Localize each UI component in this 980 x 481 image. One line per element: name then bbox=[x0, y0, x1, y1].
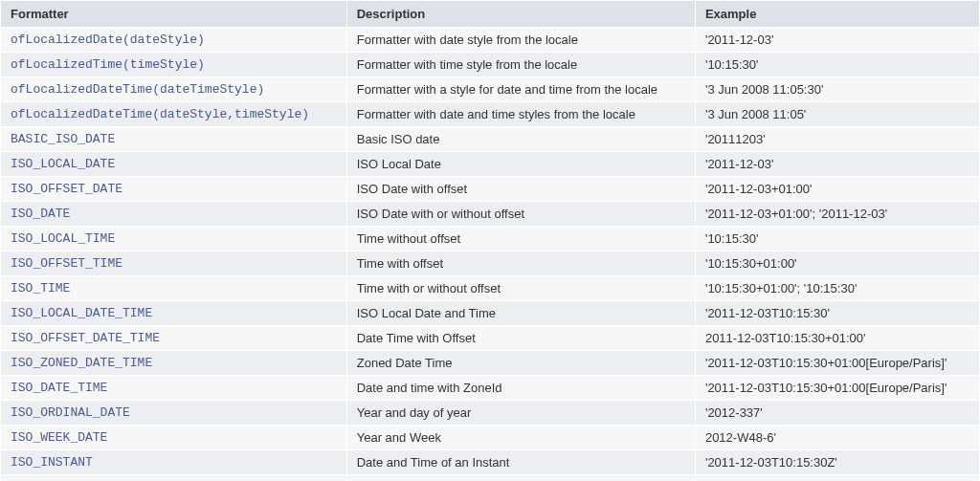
table-row: ISO_WEEK_DATEYear and Week2012-W48-6' bbox=[1, 426, 980, 450]
cell-formatter: ISO_WEEK_DATE bbox=[1, 426, 347, 450]
cell-example: 2012-W48-6' bbox=[695, 426, 979, 450]
cell-example: '2011-12-03+01:00'; '2011-12-03' bbox=[695, 202, 979, 227]
table-row: BASIC_ISO_DATEBasic ISO date'20111203' bbox=[1, 127, 980, 152]
cell-formatter: RFC_1123_DATE_TIME bbox=[1, 475, 347, 482]
cell-description: Formatter with a style for date and time… bbox=[346, 77, 695, 102]
table-header-row: Formatter Description Example bbox=[1, 1, 980, 28]
cell-description: Year and day of year bbox=[346, 401, 695, 426]
cell-formatter: ofLocalizedDateTime(dateTimeStyle) bbox=[1, 77, 347, 102]
cell-description: Formatter with date and time styles from… bbox=[346, 102, 695, 127]
table-row: ISO_ORDINAL_DATEYear and day of year'201… bbox=[1, 401, 980, 426]
cell-example: '2011-12-03T10:15:30Z' bbox=[695, 450, 979, 475]
header-formatter: Formatter bbox=[1, 1, 347, 28]
cell-example: '10:15:30' bbox=[695, 227, 979, 251]
table-row: ISO_DATEISO Date with or without offset'… bbox=[1, 202, 980, 227]
cell-formatter: BASIC_ISO_DATE bbox=[1, 127, 347, 152]
cell-description: Year and Week bbox=[346, 426, 695, 450]
cell-formatter: ISO_OFFSET_DATE bbox=[1, 177, 347, 202]
cell-description: ISO Local Date and Time bbox=[346, 301, 695, 326]
cell-example: '10:15:30+01:00'; '10:15:30' bbox=[695, 276, 979, 301]
cell-description: ISO Local Date bbox=[346, 152, 695, 177]
table-row: ofLocalizedTime(timeStyle)Formatter with… bbox=[1, 53, 980, 77]
cell-example: '2012-337' bbox=[695, 401, 979, 426]
table-row: ofLocalizedDateTime(dateTimeStyle)Format… bbox=[1, 77, 980, 102]
table-row: ISO_LOCAL_DATEISO Local Date'2011-12-03' bbox=[1, 152, 980, 177]
formatter-table: Formatter Description Example ofLocalize… bbox=[0, 0, 980, 481]
table-row: ISO_OFFSET_TIMETime with offset'10:15:30… bbox=[1, 251, 980, 276]
cell-example: '2011-12-03+01:00' bbox=[695, 177, 979, 202]
cell-example: 'Tue, 3 Jun 2008 11:05:30 GMT' bbox=[695, 475, 979, 482]
cell-example: '3 Jun 2008 11:05' bbox=[695, 102, 979, 127]
cell-formatter: ofLocalizedDate(dateStyle) bbox=[1, 28, 347, 53]
table-row: ISO_TIMETime with or without offset'10:1… bbox=[1, 276, 980, 301]
cell-description: ISO Date with offset bbox=[346, 177, 695, 202]
cell-example: '3 Jun 2008 11:05:30' bbox=[695, 77, 979, 102]
cell-formatter: ISO_ZONED_DATE_TIME bbox=[1, 351, 347, 376]
cell-description: ISO Date with or without offset bbox=[346, 202, 695, 227]
cell-example: '2011-12-03T10:15:30+01:00[Europe/Paris]… bbox=[695, 351, 979, 376]
cell-example: '2011-12-03' bbox=[695, 28, 979, 53]
cell-example: '2011-12-03T10:15:30+01:00[Europe/Paris]… bbox=[695, 376, 979, 401]
cell-example: '2011-12-03T10:15:30' bbox=[695, 301, 979, 326]
table-row: ISO_OFFSET_DATEISO Date with offset'2011… bbox=[1, 177, 980, 202]
cell-formatter: ofLocalizedDateTime(dateStyle,timeStyle) bbox=[1, 102, 347, 127]
table-row: ISO_ZONED_DATE_TIMEZoned Date Time'2011-… bbox=[1, 351, 980, 376]
table-row: ofLocalizedDate(dateStyle)Formatter with… bbox=[1, 28, 980, 53]
header-example: Example bbox=[695, 1, 979, 28]
cell-formatter: ISO_INSTANT bbox=[1, 450, 347, 475]
cell-description: Date and time with ZoneId bbox=[346, 376, 695, 401]
cell-formatter: ISO_OFFSET_TIME bbox=[1, 251, 347, 276]
cell-formatter: ISO_ORDINAL_DATE bbox=[1, 401, 347, 426]
table-row: ISO_OFFSET_DATE_TIMEDate Time with Offse… bbox=[1, 326, 980, 351]
cell-description: Formatter with time style from the local… bbox=[346, 53, 695, 77]
cell-formatter: ISO_LOCAL_TIME bbox=[1, 227, 347, 251]
cell-formatter: ISO_DATE bbox=[1, 202, 347, 227]
cell-description: Time with offset bbox=[346, 251, 695, 276]
table-row: RFC_1123_DATE_TIMERFC 1123 / RFC 822'Tue… bbox=[1, 475, 980, 482]
cell-description: Time with or without offset bbox=[346, 276, 695, 301]
cell-description: Time without offset bbox=[346, 227, 695, 251]
cell-formatter: ofLocalizedTime(timeStyle) bbox=[1, 53, 347, 77]
cell-formatter: ISO_DATE_TIME bbox=[1, 376, 347, 401]
cell-example: 2011-12-03T10:15:30+01:00' bbox=[695, 326, 979, 351]
cell-formatter: ISO_TIME bbox=[1, 276, 347, 301]
cell-description: Basic ISO date bbox=[346, 127, 695, 152]
cell-example: '2011-12-03' bbox=[695, 152, 979, 177]
table-row: ISO_LOCAL_DATE_TIMEISO Local Date and Ti… bbox=[1, 301, 980, 326]
cell-description: Date Time with Offset bbox=[346, 326, 695, 351]
table-row: ofLocalizedDateTime(dateStyle,timeStyle)… bbox=[1, 102, 980, 127]
cell-description: Zoned Date Time bbox=[346, 351, 695, 376]
cell-formatter: ISO_OFFSET_DATE_TIME bbox=[1, 326, 347, 351]
header-description: Description bbox=[346, 1, 695, 28]
cell-description: Date and Time of an Instant bbox=[346, 450, 695, 475]
cell-example: '10:15:30' bbox=[695, 53, 979, 77]
cell-example: '10:15:30+01:00' bbox=[695, 251, 979, 276]
table-row: ISO_INSTANTDate and Time of an Instant'2… bbox=[1, 450, 980, 475]
cell-description: Formatter with date style from the local… bbox=[346, 28, 695, 53]
table-row: ISO_LOCAL_TIMETime without offset'10:15:… bbox=[1, 227, 980, 251]
cell-formatter: ISO_LOCAL_DATE bbox=[1, 152, 347, 177]
cell-formatter: ISO_LOCAL_DATE_TIME bbox=[1, 301, 347, 326]
cell-example: '20111203' bbox=[695, 127, 979, 152]
cell-description: RFC 1123 / RFC 822 bbox=[346, 475, 695, 482]
table-row: ISO_DATE_TIMEDate and time with ZoneId'2… bbox=[1, 376, 980, 401]
